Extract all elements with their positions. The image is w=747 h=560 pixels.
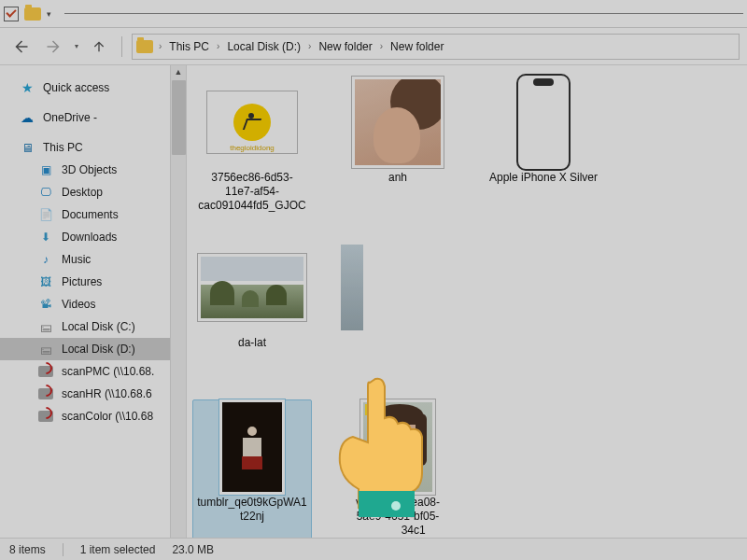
file-name: v2018d064ea08-5ae9-4651-bf05- 34c1 bbox=[343, 496, 453, 538]
sidebar-label: This PC bbox=[43, 141, 83, 154]
document-icon: 📄 bbox=[37, 207, 54, 222]
chevron-right-icon[interactable]: › bbox=[308, 41, 311, 51]
sidebar-label: Local Disk (D:) bbox=[62, 343, 135, 356]
image-thumbnail bbox=[341, 245, 363, 330]
download-icon: ⬇ bbox=[37, 230, 54, 245]
scrollbar-thumb[interactable] bbox=[172, 80, 186, 155]
disk-icon: 🖴 bbox=[37, 319, 54, 334]
sidebar-label: 3D Objects bbox=[62, 163, 117, 176]
file-item[interactable]: anh bbox=[338, 75, 458, 217]
file-view[interactable]: thegioididong 3756ec86-6d53-11e7-af54-ca… bbox=[187, 65, 747, 538]
network-drive-disconnected-icon bbox=[37, 386, 54, 401]
navigation-pane: ★ Quick access ☁ OneDrive - 🖥 This PC ▣ … bbox=[0, 65, 187, 538]
status-selection: 1 item selected bbox=[80, 543, 156, 556]
scroll-up-icon[interactable]: ▲ bbox=[175, 65, 183, 78]
chevron-right-icon[interactable]: › bbox=[380, 41, 383, 51]
sidebar-label: Desktop bbox=[62, 186, 103, 199]
status-bar: 8 items 1 item selected 23.0 MB bbox=[0, 538, 747, 560]
file-item[interactable]: thegioididong 3756ec86-6d53-11e7-af54-ca… bbox=[192, 75, 312, 217]
sidebar-item-documents[interactable]: 📄 Documents bbox=[0, 203, 170, 226]
sidebar-network-drive-2[interactable]: scanHR (\\10.68.6 bbox=[0, 383, 170, 405]
qat-dropdown-icon[interactable]: ▾ bbox=[47, 9, 51, 19]
arrow-left-icon bbox=[12, 38, 29, 55]
arrow-up-icon bbox=[92, 39, 106, 54]
disk-icon: 🖴 bbox=[37, 342, 54, 357]
sidebar-item-videos[interactable]: 📽 Videos bbox=[0, 293, 170, 315]
file-item[interactable] bbox=[338, 240, 366, 355]
sidebar-item-pictures[interactable]: 🖼 Pictures bbox=[0, 271, 170, 293]
picture-icon: 🖼 bbox=[37, 274, 54, 289]
titlebar-divider bbox=[64, 13, 743, 14]
sidebar-label: Documents bbox=[62, 208, 119, 221]
sidebar-drive-d[interactable]: 🖴 Local Disk (D:) bbox=[0, 338, 170, 360]
chevron-right-icon[interactable]: › bbox=[217, 41, 219, 51]
breadcrumb-this-pc[interactable]: This PC bbox=[163, 37, 215, 56]
sidebar-label: Local Disk (C:) bbox=[62, 320, 135, 333]
cloud-icon: ☁ bbox=[19, 110, 35, 125]
network-drive-disconnected-icon bbox=[37, 409, 54, 424]
folder-icon bbox=[24, 7, 41, 21]
breadcrumb-folder-1[interactable]: New folder bbox=[313, 37, 377, 56]
sidebar-label: Quick access bbox=[43, 81, 109, 94]
sidebar-label: Music bbox=[62, 253, 91, 266]
monitor-icon: 🖥 bbox=[19, 140, 35, 155]
sidebar-scrollbar[interactable]: ▲ bbox=[170, 65, 186, 538]
sidebar-label: Pictures bbox=[62, 275, 102, 288]
file-item[interactable]: MI v2018d064ea08-5ae9-4651-bf05- 34c1 bbox=[338, 399, 458, 538]
up-button[interactable] bbox=[86, 34, 112, 60]
sidebar-label: Downloads bbox=[62, 231, 117, 244]
file-name: anh bbox=[388, 171, 407, 185]
sidebar-network-drive-3[interactable]: scanColor (\\10.68 bbox=[0, 405, 170, 427]
sidebar-item-music[interactable]: ♪ Music bbox=[0, 248, 170, 271]
sidebar-label: scanColor (\\10.68 bbox=[62, 410, 153, 423]
sidebar-label: scanHR (\\10.68.6 bbox=[62, 387, 152, 400]
status-divider bbox=[63, 543, 63, 556]
status-item-count: 8 items bbox=[9, 543, 46, 556]
image-thumbnail bbox=[355, 79, 441, 165]
image-thumbnail: MI bbox=[363, 402, 432, 492]
image-thumbnail bbox=[516, 74, 571, 171]
status-size: 23.0 MB bbox=[172, 543, 214, 556]
file-item[interactable]: Apple iPhone X Silver bbox=[484, 75, 603, 217]
qat-properties-checkbox[interactable] bbox=[4, 7, 19, 21]
image-thumbnail: thegioididong bbox=[210, 94, 294, 150]
network-drive-disconnected-icon bbox=[37, 364, 54, 379]
recent-locations-dropdown[interactable]: ▾ bbox=[75, 42, 78, 50]
file-item-selected[interactable]: tumblr_qe0t9kGpWA1t22nj bbox=[192, 399, 312, 538]
sidebar-label: OneDrive - bbox=[43, 111, 97, 124]
sidebar-item-3d-objects[interactable]: ▣ 3D Objects bbox=[0, 159, 170, 181]
music-icon: ♪ bbox=[37, 252, 54, 267]
sidebar-item-desktop[interactable]: 🖵 Desktop bbox=[0, 181, 170, 203]
sidebar-item-downloads[interactable]: ⬇ Downloads bbox=[0, 226, 170, 248]
star-icon: ★ bbox=[19, 80, 35, 95]
desktop-icon: 🖵 bbox=[37, 185, 54, 200]
sidebar-this-pc[interactable]: 🖥 This PC bbox=[0, 136, 170, 159]
quick-access-toolbar: ▾ bbox=[4, 7, 51, 21]
sidebar-label: Videos bbox=[62, 298, 95, 311]
vertical-divider bbox=[121, 36, 122, 57]
sidebar-network-drive-1[interactable]: scanPMC (\\10.68. bbox=[0, 360, 170, 383]
folder-icon bbox=[136, 40, 153, 53]
address-bar[interactable]: › This PC › Local Disk (D:) › New folder… bbox=[132, 34, 740, 60]
chevron-right-icon[interactable]: › bbox=[159, 41, 162, 51]
file-name: da-lat bbox=[238, 336, 266, 350]
file-name: Apple iPhone X Silver bbox=[489, 171, 598, 185]
file-name: 3756ec86-6d53-11e7-af54-cac091044fd5_GJO… bbox=[197, 171, 307, 213]
cube-icon: ▣ bbox=[37, 162, 54, 177]
file-item[interactable]: da-lat bbox=[192, 240, 312, 355]
image-thumbnail bbox=[222, 402, 282, 492]
file-name: tumblr_qe0t9kGpWA1t22nj bbox=[197, 496, 307, 524]
breadcrumb-folder-2[interactable]: New folder bbox=[385, 37, 449, 56]
sidebar-onedrive[interactable]: ☁ OneDrive - bbox=[0, 106, 170, 129]
navigation-bar: ▾ › This PC › Local Disk (D:) › New fold… bbox=[0, 28, 747, 65]
sidebar-quick-access[interactable]: ★ Quick access bbox=[0, 77, 170, 99]
video-icon: 📽 bbox=[37, 297, 54, 312]
image-thumbnail bbox=[201, 257, 303, 318]
sidebar-drive-c[interactable]: 🖴 Local Disk (C:) bbox=[0, 315, 170, 338]
forward-button[interactable] bbox=[41, 34, 67, 60]
sidebar-label: scanPMC (\\10.68. bbox=[62, 365, 154, 378]
breadcrumb-drive[interactable]: Local Disk (D:) bbox=[221, 37, 306, 56]
back-button[interactable] bbox=[7, 34, 34, 60]
arrow-right-icon bbox=[46, 38, 63, 55]
title-bar: ▾ bbox=[0, 0, 747, 28]
